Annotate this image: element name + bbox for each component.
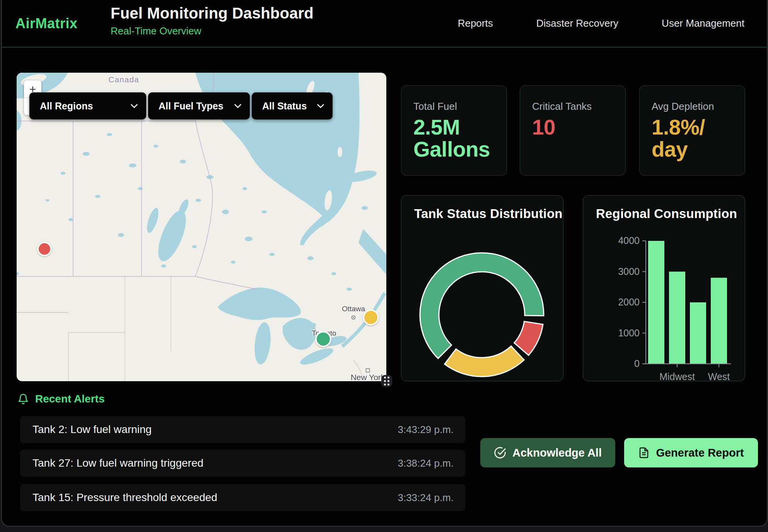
- alert-text: Tank 15: Pressure threshold exceeded: [32, 491, 217, 504]
- stat-value: 2.5MGallons: [413, 116, 495, 160]
- donut-segment-warning: [445, 346, 524, 377]
- region-filter-dropdown[interactable]: All Regions: [29, 92, 146, 119]
- x-tick-label: Midwest: [659, 371, 695, 382]
- bar-col1: [648, 241, 664, 364]
- title-block: Fuel Monitoring Dashboard Real-Time Over…: [111, 0, 314, 37]
- acknowledge-all-label: Acknowledge All: [512, 447, 602, 459]
- regional-consumption-bar-chart: 01000200030004000MidwestWest: [583, 196, 746, 382]
- fuel-type-filter-label: All Fuel Types: [159, 101, 224, 112]
- alert-timestamp: 3:38:24 p.m.: [398, 457, 454, 469]
- chevron-down-icon: [317, 104, 324, 108]
- header: AirMatrix Fuel Monitoring Dashboard Real…: [2, 0, 767, 48]
- page-subtitle: Real-Time Overview: [111, 22, 314, 37]
- check-circle-icon: [494, 447, 506, 459]
- alert-timestamp: 3:43:29 p.m.: [398, 424, 454, 436]
- stat-label: Avg Depletion: [652, 101, 733, 113]
- stat-card-avg-depletion: Avg Depletion 1.8%/day: [639, 85, 745, 176]
- alert-text: Tank 27: Low fuel warning triggered: [32, 457, 203, 469]
- alert-timestamp: 3:33:24 p.m.: [398, 492, 454, 504]
- alert-text: Tank 2: Low fuel warning: [32, 423, 152, 436]
- y-tick-label: 4000: [618, 235, 640, 246]
- y-tick-label: 3000: [618, 266, 640, 277]
- bar-col3: [690, 302, 706, 364]
- status-filter-label: All Status: [262, 101, 307, 112]
- file-text-icon: [638, 447, 650, 459]
- y-tick-label: 2000: [618, 297, 640, 307]
- dashboard-container: AirMatrix Fuel Monitoring Dashboard Real…: [1, 0, 768, 527]
- nav-user-management[interactable]: User Management: [662, 17, 744, 29]
- stat-value: 1.8%/day: [652, 116, 733, 160]
- screen: AirMatrix Fuel Monitoring Dashboard Real…: [0, 0, 768, 532]
- x-tick-label: West: [708, 371, 730, 382]
- region-filter-label: All Regions: [40, 101, 93, 112]
- city-symbol-icon: [365, 368, 370, 373]
- map-label-city: New York: [351, 373, 385, 381]
- tank-status-donut-chart: [401, 196, 564, 382]
- tank-marker-normal[interactable]: [315, 331, 331, 347]
- alerts-section-title: Recent Alerts: [35, 393, 104, 405]
- stat-value: 10: [532, 116, 613, 138]
- bar-West: [711, 278, 727, 364]
- status-filter-dropdown[interactable]: All Status: [252, 92, 333, 119]
- donut-segment-critical: [514, 321, 543, 355]
- map-label-country: Canada: [108, 75, 139, 84]
- bell-icon: [17, 393, 29, 405]
- app-logo: AirMatrix: [15, 0, 78, 47]
- acknowledge-all-button[interactable]: Acknowledge All: [480, 438, 615, 467]
- y-tick-label: 1000: [618, 327, 640, 338]
- generate-report-label: Generate Report: [656, 447, 744, 459]
- alert-row[interactable]: Tank 15: Pressure threshold exceeded 3:3…: [20, 484, 465, 511]
- page-title: Fuel Monitoring Dashboard: [111, 0, 314, 22]
- alerts-header: Recent Alerts: [17, 393, 104, 405]
- alert-row[interactable]: Tank 2: Low fuel warning 3:43:29 p.m.: [20, 416, 465, 443]
- regional-consumption-chart-card: Regional Consumption 01000200030004000Mi…: [583, 195, 745, 381]
- map-panel[interactable]: CanadaOttawaTorontoNew York + − All Regi…: [17, 73, 386, 381]
- y-tick-label: 0: [634, 358, 640, 369]
- resize-grip-icon[interactable]: [381, 375, 392, 387]
- city-symbol-icon: [351, 315, 356, 320]
- main-nav: Reports Disaster Recovery User Managemen…: [458, 0, 744, 47]
- tank-marker-warning[interactable]: [363, 309, 379, 326]
- stat-card-total-fuel: Total Fuel 2.5MGallons: [401, 85, 507, 176]
- stat-label: Total Fuel: [413, 101, 495, 113]
- chevron-down-icon: [131, 104, 138, 108]
- chevron-down-icon: [234, 104, 241, 108]
- stat-card-critical-tanks: Critical Tanks 10: [520, 85, 626, 176]
- alert-row[interactable]: Tank 27: Low fuel warning triggered 3:38…: [20, 450, 465, 477]
- nav-disaster-recovery[interactable]: Disaster Recovery: [536, 17, 618, 29]
- nav-reports[interactable]: Reports: [458, 17, 493, 29]
- bar-Midwest: [669, 272, 685, 364]
- map-label-city: Ottawa: [342, 305, 365, 313]
- map-filters: All Regions All Fuel Types All Status: [29, 92, 333, 119]
- stat-label: Critical Tanks: [532, 101, 613, 113]
- tank-status-chart-card: Tank Status Distribution: [401, 195, 563, 381]
- generate-report-button[interactable]: Generate Report: [624, 438, 758, 467]
- fuel-type-filter-dropdown[interactable]: All Fuel Types: [148, 92, 250, 119]
- tank-marker-critical[interactable]: [37, 242, 52, 256]
